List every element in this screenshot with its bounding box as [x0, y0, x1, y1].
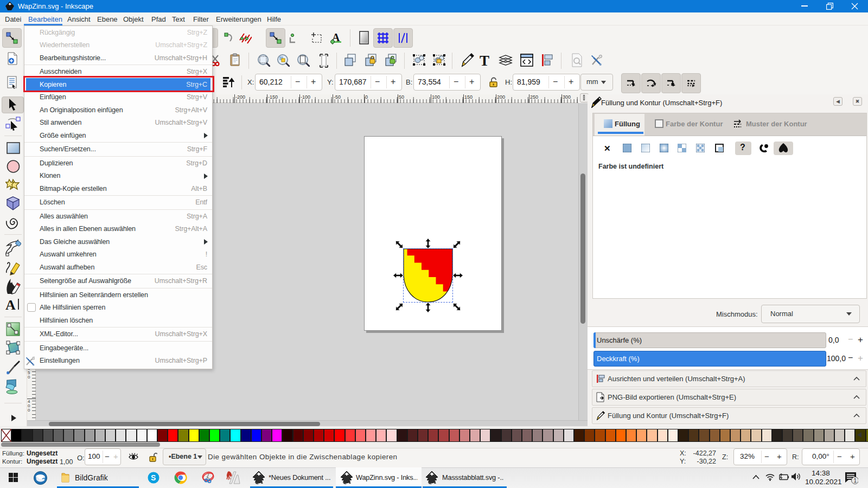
svg-text:S: S: [151, 473, 156, 482]
svg-text:1: 1: [854, 478, 857, 484]
